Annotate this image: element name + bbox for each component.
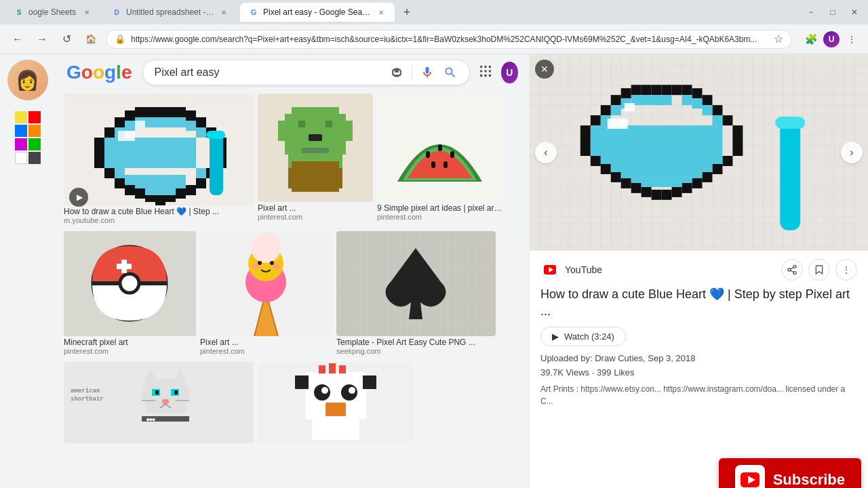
tab-search-close[interactable]: ✕ [376,7,387,18]
svg-rect-271 [780,122,800,230]
svg-rect-26 [94,158,104,168]
color-swatch-dark[interactable] [28,152,41,164]
save-button[interactable] [808,259,830,281]
share-button[interactable] [781,259,803,281]
panel-prev-button[interactable]: ‹ [535,142,557,163]
image-item-7[interactable]: american shorthair [64,362,254,443]
svg-rect-59 [135,121,145,127]
camera-search-icon[interactable] [389,64,405,81]
image-item-3[interactable]: 9 Simple pixel art ideas | pixel art ...… [377,94,502,226]
svg-point-85 [125,279,134,288]
svg-rect-73 [288,168,302,188]
profile-icon[interactable]: U [823,31,840,47]
back-button[interactable]: ← [8,30,27,49]
image-item-8[interactable] [258,362,414,443]
image-2-info: Pixel art ... pinterest.com [258,202,373,222]
svg-rect-249 [642,187,652,197]
svg-rect-52 [115,168,125,178]
panel-next-button[interactable]: › [841,142,863,163]
refresh-button[interactable]: ↺ [57,30,76,49]
subscribe-banner[interactable]: Subscribe [719,458,861,488]
content-area: 👩 [0,54,868,488]
image-item-6[interactable]: Template - Pixel Art Easy Cute PNG ... s… [336,231,496,357]
extensions-icon[interactable]: 🧩 [803,31,819,47]
svg-rect-230 [702,95,712,105]
svg-rect-222 [601,105,611,115]
color-swatch-purple[interactable] [15,138,27,150]
svg-rect-20 [176,107,186,117]
tab-spreadsheet-close[interactable]: ✕ [218,7,229,18]
svg-point-276 [788,268,791,271]
search-submit-icon[interactable] [442,64,458,81]
lock-icon: 🔒 [115,34,125,44]
image-item-4[interactable]: Minecraft pixel art pinterest.com [64,231,196,357]
svg-point-277 [793,272,796,274]
color-swatch-red[interactable] [28,111,41,123]
browser-menu-icon[interactable]: ⋮ [844,31,860,47]
svg-rect-149 [162,399,169,404]
image-item-1[interactable]: ▶ How to draw a cute Blue Heart 💙 | Step… [64,94,254,226]
search-favicon: G [248,7,259,18]
svg-point-2 [396,71,397,73]
color-swatch-green[interactable] [28,138,41,150]
svg-rect-148 [174,390,178,394]
svg-rect-66 [339,121,353,141]
image-5-info: Pixel art ... pinterest.com [200,336,332,357]
svg-rect-58 [118,131,135,141]
image-item-2[interactable]: Pixel art ... pinterest.com [258,94,373,226]
svg-text:american: american [71,387,100,394]
search-box[interactable] [142,60,469,85]
svg-point-6 [479,70,482,73]
color-swatch-blue[interactable] [15,125,27,137]
tab-sheets-close[interactable]: ✕ [81,7,92,18]
panel-upload-info: Uploaded by: Draw Cuties, Sep 3, 2018 [540,353,857,363]
watch-label: Watch (3:24) [564,331,614,342]
color-swatch-white[interactable] [15,152,27,164]
svg-rect-51 [104,138,196,168]
url-text: https://www.google.com/search?q=Pixel+ar… [131,35,768,44]
svg-rect-221 [591,115,601,125]
url-bar[interactable]: 🔒 https://www.google.com/search?q=Pixel+… [106,30,792,49]
svg-rect-19 [165,107,176,117]
tab-spreadsheet[interactable]: D Untitled spreadsheet - Google S ✕ [103,3,237,22]
image-item-5[interactable]: Pixel art ... pinterest.com [200,231,332,357]
account-button[interactable]: U [501,62,518,83]
svg-point-3 [479,65,482,68]
play-button-icon[interactable]: ▶ [69,188,88,207]
svg-rect-262 [712,115,722,125]
watch-play-icon: ▶ [552,331,559,342]
home-button[interactable]: 🏠 [81,30,100,49]
svg-rect-35 [186,185,196,195]
apps-icon[interactable] [478,64,493,82]
panel-main-image: ✕ ‹ › [530,54,868,251]
window-controls: − □ ✕ [803,4,863,20]
tab-sheets[interactable]: S oogle Sheets ✕ [5,3,100,22]
bookmark-star-icon[interactable]: ☆ [774,33,783,45]
panel-source-name: YouTube [565,264,602,275]
svg-rect-79 [431,161,435,168]
more-options-button[interactable]: ⋮ [835,259,857,281]
new-tab-button[interactable]: + [397,3,416,22]
minimize-button[interactable]: − [803,4,819,20]
forward-button[interactable]: → [33,30,52,49]
title-bar: S oogle Sheets ✕ D Untitled spreadsheet … [0,0,868,24]
address-bar: ← → ↺ 🏠 🔒 https://www.google.com/search?… [0,24,868,54]
color-swatch-orange[interactable] [28,125,41,137]
mic-icon[interactable] [419,64,435,81]
image-5-source: pinterest.com [200,347,332,355]
image-6-info: Template - Pixel Art Easy Cute PNG ... s… [336,336,496,357]
svg-rect-229 [692,88,703,98]
search-input[interactable] [154,66,381,79]
watch-button[interactable]: ▶ Watch (3:24) [540,327,626,346]
maximize-button[interactable]: □ [825,4,841,20]
sheets-favicon: S [14,7,24,18]
spreadsheet-favicon: D [111,7,122,18]
svg-rect-21 [186,110,196,121]
color-swatch-yellow[interactable] [15,111,27,123]
tab-search[interactable]: G Pixel art easy - Google Search ✕ [240,3,395,22]
panel-close-button[interactable]: ✕ [535,60,554,79]
close-button[interactable]: ✕ [846,4,863,20]
svg-point-8 [488,70,491,73]
svg-rect-147 [155,390,159,394]
svg-rect-14 [104,127,115,138]
